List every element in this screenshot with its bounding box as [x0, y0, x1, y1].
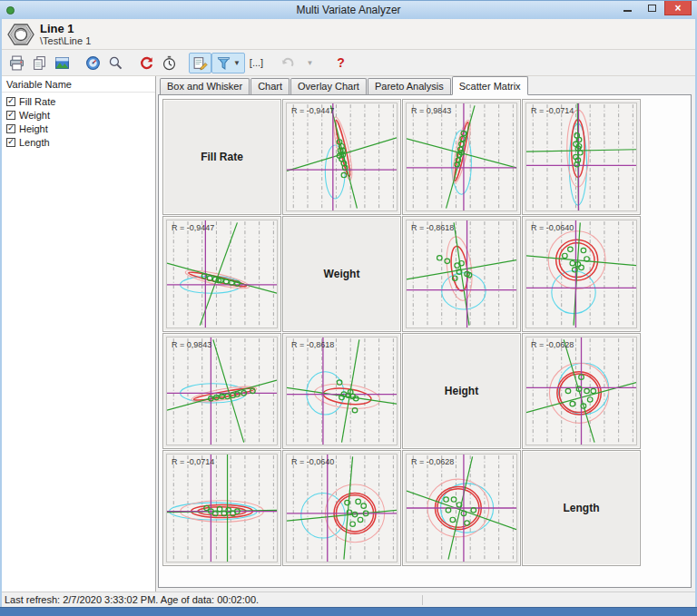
correlation-label: R = -0,9447 [291, 106, 334, 115]
edit-properties-icon [192, 55, 208, 71]
scatter-plot: R = -0,0628 [525, 337, 637, 445]
title-bar: Multi Variate Analyzer × [0, 0, 697, 19]
matrix-plot-cell: R = -0,9447 [282, 99, 401, 215]
scatter-matrix: Fill RateR = -0,9447R = 0,9843R = -0,071… [162, 99, 641, 566]
variable-item-length[interactable]: ✓Length [2, 135, 155, 149]
tab-scatter-matrix[interactable]: Scatter Matrix [452, 76, 528, 95]
scatter-plot-canvas [526, 220, 636, 328]
correlation-label: R = -0,8618 [291, 340, 334, 349]
window-bottom-border [0, 607, 697, 616]
scatter-plot: R = -0,0628 [406, 454, 517, 562]
status-divider [422, 595, 423, 605]
close-button[interactable]: × [664, 1, 692, 15]
filter-button[interactable]: ▼ [211, 53, 245, 73]
checkbox-weight[interactable]: ✓ [6, 111, 15, 120]
scatter-plot-canvas [526, 337, 636, 445]
copy-button[interactable] [28, 53, 51, 73]
hex-nut-icon [7, 23, 34, 46]
toolbar-separator [74, 63, 82, 64]
window-title: Multi Variate Analyzer [0, 4, 697, 16]
matrix-plot-cell: R = -0,0628 [402, 450, 521, 566]
help-button[interactable]: ? [329, 53, 352, 73]
matrix-plot-cell: R = -0,8618 [282, 333, 401, 449]
filter-caret-icon[interactable]: ▼ [233, 59, 241, 67]
export-image-icon [54, 55, 70, 71]
scatter-plot: R = -0,0714 [525, 103, 637, 211]
checkbox-length[interactable]: ✓ [6, 138, 15, 147]
correlation-label: R = -0,8618 [411, 223, 454, 232]
variable-item-height[interactable]: ✓Height [2, 122, 155, 135]
timer-icon [162, 55, 177, 71]
scatter-plot: R = -0,9447 [166, 220, 278, 328]
variable-item-weight[interactable]: ✓Weight [2, 108, 155, 122]
variable-label: Weight [19, 110, 50, 121]
correlation-label: R = -0,0640 [291, 457, 334, 466]
scatter-plot: R = -0,0714 [166, 454, 278, 562]
scatter-plot: R = 0,9843 [406, 103, 517, 211]
variable-list: ✓Fill Rate✓Weight✓Height✓Length [2, 93, 155, 151]
status-text: Last refresh: 2/7/2020 3:33:02 PM. Age o… [5, 594, 259, 605]
scatter-plot: R = 0,9843 [166, 337, 278, 445]
gauge-button[interactable] [82, 53, 104, 73]
matrix-plot-cell: R = 0,9843 [162, 333, 281, 449]
timer-button[interactable] [158, 53, 181, 73]
tab-box-and-whisker[interactable]: Box and Whisker [160, 78, 250, 94]
correlation-label: R = -0,9447 [172, 223, 214, 232]
matrix-plot-cell: R = 0,9843 [402, 99, 521, 215]
correlation-label: R = -0,0714 [172, 457, 214, 466]
maximize-button[interactable] [640, 1, 664, 15]
window-body: Line 1 \Test\Line 1 [2, 19, 695, 607]
variable-item-fill-rate[interactable]: ✓Fill Rate [2, 94, 155, 108]
toolbar-separator [181, 63, 189, 64]
header: Line 1 \Test\Line 1 [2, 19, 695, 50]
scatter-plot: R = -0,0640 [286, 454, 398, 562]
tab-content: Fill RateR = -0,9447R = 0,9843R = -0,071… [158, 94, 692, 588]
scatter-plot-canvas [526, 103, 636, 210]
matrix-plot-cell: R = -0,9447 [162, 216, 281, 332]
scatter-plot-canvas [167, 220, 277, 328]
scatter-plot: R = -0,0640 [525, 220, 637, 328]
page-title: Line 1 [40, 22, 91, 35]
gauge-icon [85, 55, 101, 71]
tab-overlay-chart[interactable]: Overlay Chart [290, 78, 367, 94]
matrix-plot-cell: R = -0,0640 [522, 216, 641, 332]
parameters-button[interactable]: [...] [245, 53, 268, 73]
edit-properties-button[interactable] [189, 53, 211, 73]
print-button[interactable] [5, 53, 28, 73]
print-icon [9, 55, 25, 71]
scatter-plot: R = -0,8618 [406, 220, 517, 328]
matrix-diagonal-fill-rate: Fill Rate [162, 99, 281, 215]
scatter-plot-canvas [167, 337, 277, 445]
scatter-plot-canvas [407, 103, 516, 210]
correlation-label: R = -0,0628 [411, 457, 454, 466]
checkbox-height[interactable]: ✓ [6, 124, 15, 133]
toolbar-separator [321, 63, 329, 64]
tab-chart[interactable]: Chart [250, 78, 290, 94]
correlation-label: R = -0,0714 [531, 106, 574, 115]
undo-button[interactable] [276, 53, 299, 73]
scatter-plot-canvas [287, 103, 397, 210]
main-area: Variable Name ✓Fill Rate✓Weight✓Height✓L… [2, 76, 695, 592]
zoom-button[interactable] [104, 53, 127, 73]
tab-pareto-analysis[interactable]: Pareto Analysis [368, 78, 451, 94]
checkbox-fill-rate[interactable]: ✓ [6, 97, 15, 106]
scatter-plot-canvas [287, 337, 397, 445]
refresh-button[interactable] [135, 53, 158, 73]
scatter-plot-canvas [407, 220, 516, 328]
matrix-plot-cell: R = -0,8618 [402, 216, 521, 332]
undo-caret-icon: ▼ [307, 59, 314, 67]
toolbar-separator [268, 63, 276, 64]
matrix-plot-cell: R = -0,0640 [282, 450, 401, 566]
scatter-plot-canvas [407, 455, 516, 562]
variable-list-header: Variable Name [2, 76, 155, 93]
variable-label: Length [19, 137, 50, 148]
minimize-button[interactable] [615, 1, 640, 15]
undo-caret-button[interactable]: ▼ [299, 53, 321, 73]
undo-icon [280, 55, 295, 71]
toolbar-separator [127, 63, 135, 64]
scatter-plot-canvas [287, 455, 397, 562]
export-image-button[interactable] [51, 53, 74, 73]
help-icon: ? [337, 55, 345, 70]
variable-list-panel: Variable Name ✓Fill Rate✓Weight✓Height✓L… [2, 76, 156, 592]
copy-icon [32, 55, 47, 71]
